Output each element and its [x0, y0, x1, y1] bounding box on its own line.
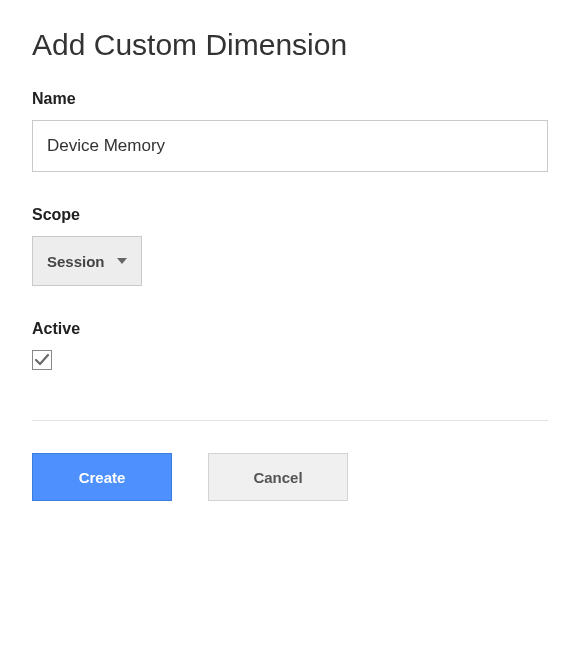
- name-input[interactable]: [32, 120, 548, 172]
- active-checkbox[interactable]: [32, 350, 52, 370]
- name-label: Name: [32, 90, 548, 108]
- scope-label: Scope: [32, 206, 548, 224]
- scope-field-group: Scope Session: [32, 206, 548, 286]
- active-field-group: Active: [32, 320, 548, 372]
- create-button[interactable]: Create: [32, 453, 172, 501]
- cancel-button[interactable]: Cancel: [208, 453, 348, 501]
- divider: [32, 420, 548, 421]
- button-row: Create Cancel: [32, 453, 548, 501]
- chevron-down-icon: [117, 258, 127, 264]
- page-title: Add Custom Dimension: [32, 28, 548, 62]
- scope-selected-value: Session: [47, 253, 105, 270]
- check-icon: [34, 352, 50, 368]
- name-field-group: Name: [32, 90, 548, 172]
- scope-dropdown[interactable]: Session: [32, 236, 142, 286]
- active-label: Active: [32, 320, 548, 338]
